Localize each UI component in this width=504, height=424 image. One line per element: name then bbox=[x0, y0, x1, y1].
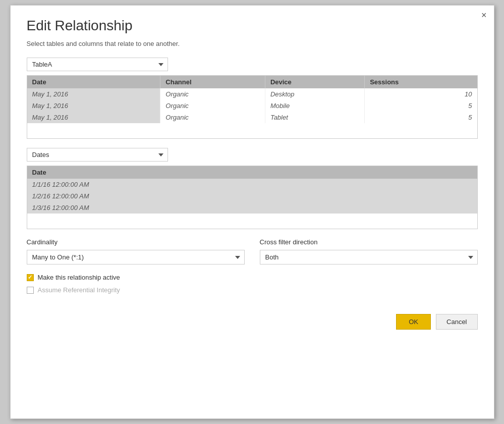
cancel-button[interactable]: Cancel bbox=[436, 314, 477, 330]
table-spacer bbox=[27, 214, 477, 229]
cell-date-1: May 1, 2016 bbox=[27, 88, 160, 100]
cell-b-date-2: 1/2/16 12:00:00 AM bbox=[27, 190, 477, 202]
referential-integrity-checkbox[interactable] bbox=[27, 287, 34, 294]
cell-b-date-3: 1/3/16 12:00:00 AM bbox=[27, 202, 477, 214]
table-row: May 1, 2016 Organic Mobile 5 bbox=[27, 100, 477, 112]
col-date: Date bbox=[27, 76, 160, 88]
table-b-section: Dates Date 1/1/16 12:00:00 AM 1/2/16 12:… bbox=[27, 148, 478, 229]
cell-b-date-1: 1/1/16 12:00:00 AM bbox=[27, 179, 477, 190]
table-spacer bbox=[27, 123, 477, 138]
cell-channel-1: Organic bbox=[160, 88, 265, 100]
cell-sessions-1: 10 bbox=[365, 88, 477, 100]
col-channel: Channel bbox=[160, 76, 265, 88]
table-row: 1/2/16 12:00:00 AM bbox=[27, 190, 477, 202]
cell-device-1: Desktop bbox=[265, 88, 364, 100]
crossfilter-dropdown[interactable]: Both Single bbox=[260, 250, 478, 264]
table-a-table: Date Channel Device Sessions May 1, 2016… bbox=[27, 76, 477, 138]
table-b-table: Date 1/1/16 12:00:00 AM 1/2/16 12:00:00 … bbox=[27, 166, 477, 229]
table-b-header-row: Date bbox=[27, 166, 477, 179]
cell-date-2: May 1, 2016 bbox=[27, 100, 160, 112]
cell-channel-3: Organic bbox=[160, 112, 265, 123]
cell-sessions-2: 5 bbox=[365, 100, 477, 112]
table-row: May 1, 2016 Organic Tablet 5 bbox=[27, 112, 477, 123]
cell-sessions-3: 5 bbox=[365, 112, 477, 123]
table-row: May 1, 2016 Organic Desktop 10 bbox=[27, 88, 477, 100]
table-a-section: TableA Date Channel Device Sessions May … bbox=[27, 58, 478, 139]
table-a-container: Date Channel Device Sessions May 1, 2016… bbox=[27, 75, 478, 139]
referential-integrity-label: Assume Referential Integrity bbox=[38, 286, 120, 294]
ok-button[interactable]: OK bbox=[396, 314, 431, 330]
cell-channel-2: Organic bbox=[160, 100, 265, 112]
table-b-container: Date 1/1/16 12:00:00 AM 1/2/16 12:00:00 … bbox=[27, 166, 478, 229]
cell-date-3: May 1, 2016 bbox=[27, 112, 160, 123]
cardinality-dropdown[interactable]: Many to One (*:1) One to One (1:1) One t… bbox=[27, 250, 245, 264]
cell-device-3: Tablet bbox=[265, 112, 364, 123]
active-relationship-label: Make this relationship active bbox=[38, 274, 120, 281]
cardinality-label: Cardinality bbox=[27, 238, 245, 246]
table-row: 1/1/16 12:00:00 AM bbox=[27, 179, 477, 190]
cell-device-2: Mobile bbox=[265, 100, 364, 112]
referential-integrity-row[interactable]: Assume Referential Integrity bbox=[27, 286, 478, 294]
dialog-title: Edit Relationship bbox=[27, 18, 478, 34]
active-relationship-row[interactable]: Make this relationship active bbox=[27, 274, 478, 281]
col-sessions: Sessions bbox=[365, 76, 477, 88]
table-row: 1/3/16 12:00:00 AM bbox=[27, 202, 477, 214]
close-button[interactable]: × bbox=[481, 11, 487, 20]
edit-relationship-dialog: × Edit Relationship Select tables and co… bbox=[10, 5, 494, 419]
crossfilter-label: Cross filter direction bbox=[260, 238, 478, 246]
table-b-dropdown[interactable]: Dates bbox=[27, 148, 168, 162]
active-relationship-checkbox[interactable] bbox=[27, 274, 34, 281]
table-a-header-row: Date Channel Device Sessions bbox=[27, 76, 477, 88]
crossfilter-group: Cross filter direction Both Single bbox=[260, 238, 478, 264]
col-device: Device bbox=[265, 76, 364, 88]
dialog-subtitle: Select tables and columns that relate to… bbox=[27, 40, 478, 47]
table-a-dropdown[interactable]: TableA bbox=[27, 58, 168, 71]
cardinality-group: Cardinality Many to One (*:1) One to One… bbox=[27, 238, 245, 264]
footer-buttons: OK Cancel bbox=[27, 309, 478, 330]
options-section: Cardinality Many to One (*:1) One to One… bbox=[27, 238, 478, 264]
col-b-date: Date bbox=[27, 166, 477, 179]
